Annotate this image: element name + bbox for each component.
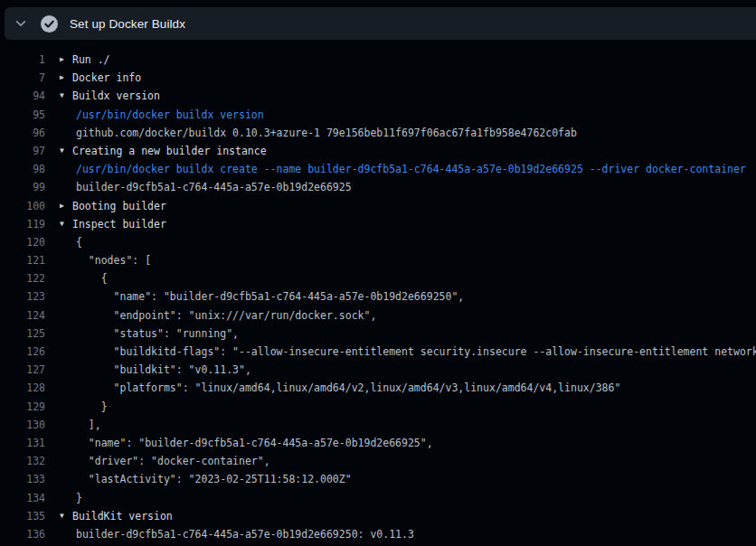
log-line: 120{ (0, 233, 756, 251)
group-expanded-icon[interactable]: ▼ (60, 142, 72, 160)
line-number[interactable]: 119 (0, 215, 45, 233)
log-line: 96github.com/docker/buildx 0.10.3+azure-… (0, 124, 756, 142)
log-group-row[interactable]: 97▼Creating a new builder instance (0, 142, 756, 160)
log-group-row[interactable]: 1▶Run ./ (0, 51, 756, 69)
line-number[interactable]: 132 (0, 452, 45, 470)
log-line: 95/usr/bin/docker buildx version (0, 106, 756, 124)
log-group-row[interactable]: 135▼BuildKit version (0, 507, 756, 525)
line-number[interactable]: 130 (0, 416, 45, 434)
line-text: Creating a new builder instance (72, 142, 267, 160)
line-text: "lastActivity": "2023-02-25T11:58:12.000… (76, 470, 352, 488)
line-text: "platforms": "linux/amd64,linux/amd64/v2… (76, 379, 620, 397)
line-text: /usr/bin/docker buildx version (76, 106, 264, 124)
check-circle-icon (41, 15, 58, 33)
line-number[interactable]: 100 (0, 197, 45, 215)
line-number[interactable]: 124 (0, 306, 45, 325)
line-number[interactable]: 97 (0, 142, 45, 160)
group-collapsed-icon[interactable]: ▶ (60, 69, 72, 87)
line-number[interactable]: 121 (0, 251, 45, 269)
log-area: 1▶Run ./7▶Docker info94▼Buildx version95… (0, 40, 756, 543)
line-number[interactable]: 135 (0, 507, 45, 525)
line-number[interactable]: 99 (0, 178, 45, 196)
log-line: 125 "status": "running", (0, 325, 756, 343)
log-line: 127 "buildkit": "v0.11.3", (0, 361, 756, 379)
line-number[interactable]: 96 (0, 124, 45, 142)
log-line: 129 } (0, 398, 756, 416)
line-number[interactable]: 126 (0, 343, 45, 361)
group-expanded-icon[interactable]: ▼ (60, 87, 72, 105)
line-text: github.com/docker/buildx 0.10.3+azure-1 … (76, 124, 577, 142)
log-group-row[interactable]: 94▼Buildx version (0, 87, 756, 105)
log-line: 132 "driver": "docker-container", (0, 452, 756, 470)
line-text: BuildKit version (72, 507, 173, 525)
log-line: 134} (0, 489, 756, 507)
log-line: 122 { (0, 269, 756, 287)
log-line: 121 "nodes": [ (0, 251, 756, 269)
line-number[interactable]: 131 (0, 434, 45, 452)
group-expanded-icon[interactable]: ▼ (60, 215, 72, 233)
step-header[interactable]: Set up Docker Buildx (5, 7, 756, 40)
line-number[interactable]: 127 (0, 361, 45, 379)
log-line: 131 "name": "builder-d9cfb5a1-c764-445a-… (0, 434, 756, 452)
step-title: Set up Docker Buildx (70, 17, 185, 31)
line-text: Buildx version (72, 87, 160, 105)
line-text: { (76, 233, 82, 251)
line-text: "status": "running", (76, 325, 239, 343)
line-number[interactable]: 128 (0, 379, 45, 397)
line-text: "endpoint": "unix:///var/run/docker.sock… (76, 306, 376, 325)
line-text: "name": "builder-d9cfb5a1-c764-445a-a57e… (76, 287, 464, 306)
line-text: Booting builder (72, 197, 166, 215)
line-number[interactable]: 133 (0, 470, 45, 488)
log-group-row[interactable]: 100▶Booting builder (0, 197, 756, 215)
line-text: Docker info (72, 69, 141, 87)
log-line: 133 "lastActivity": "2023-02-25T11:58:12… (0, 470, 756, 488)
log-line: 136builder-d9cfb5a1-c764-445a-a57e-0b19d… (0, 525, 756, 543)
line-text: "nodes": [ (76, 251, 151, 269)
line-text: "name": "builder-d9cfb5a1-c764-445a-a57e… (76, 434, 433, 452)
line-number[interactable]: 94 (0, 87, 45, 105)
line-text: Run ./ (72, 51, 110, 69)
line-text: "buildkitd-flags": "--allow-insecure-ent… (76, 343, 756, 361)
log-group-row[interactable]: 7▶Docker info (0, 69, 756, 87)
line-text: builder-d9cfb5a1-c764-445a-a57e-0b19d2e6… (76, 525, 414, 543)
line-text: } (76, 398, 108, 416)
line-text: ], (76, 416, 101, 434)
line-number[interactable]: 136 (0, 525, 45, 543)
actions-log-viewer: Set up Docker Buildx 1▶Run ./7▶Docker in… (0, 0, 756, 546)
line-text: /usr/bin/docker buildx create --name bui… (76, 160, 746, 178)
chevron-down-icon[interactable] (14, 16, 28, 31)
line-number[interactable]: 98 (0, 160, 45, 178)
line-number[interactable]: 1 (0, 51, 45, 69)
group-collapsed-icon[interactable]: ▶ (60, 51, 72, 69)
log-line: 126 "buildkitd-flags": "--allow-insecure… (0, 343, 756, 361)
log-line: 124 "endpoint": "unix:///var/run/docker.… (0, 306, 756, 325)
group-collapsed-icon[interactable]: ▶ (60, 197, 72, 215)
line-number[interactable]: 122 (0, 269, 45, 287)
line-number[interactable]: 123 (0, 287, 45, 306)
line-text: Inspect builder (72, 215, 166, 233)
line-number[interactable]: 7 (0, 69, 45, 87)
line-text: builder-d9cfb5a1-c764-445a-a57e-0b19d2e6… (76, 178, 352, 196)
line-text: } (76, 489, 82, 507)
line-number[interactable]: 134 (0, 489, 45, 507)
group-expanded-icon[interactable]: ▼ (60, 507, 72, 525)
line-text: { (76, 269, 108, 287)
line-number[interactable]: 129 (0, 398, 45, 416)
log-line: 98/usr/bin/docker buildx create --name b… (0, 160, 756, 178)
line-text: "driver": "docker-container", (76, 452, 270, 470)
line-text: "buildkit": "v0.11.3", (76, 361, 251, 379)
log-line: 123 "name": "builder-d9cfb5a1-c764-445a-… (0, 287, 756, 306)
log-line: 99builder-d9cfb5a1-c764-445a-a57e-0b19d2… (0, 178, 756, 196)
log-line: 128 "platforms": "linux/amd64,linux/amd6… (0, 379, 756, 397)
line-number[interactable]: 95 (0, 106, 45, 124)
line-number[interactable]: 120 (0, 233, 45, 251)
log-line: 130 ], (0, 416, 756, 434)
line-number[interactable]: 125 (0, 325, 45, 343)
log-group-row[interactable]: 119▼Inspect builder (0, 215, 756, 233)
